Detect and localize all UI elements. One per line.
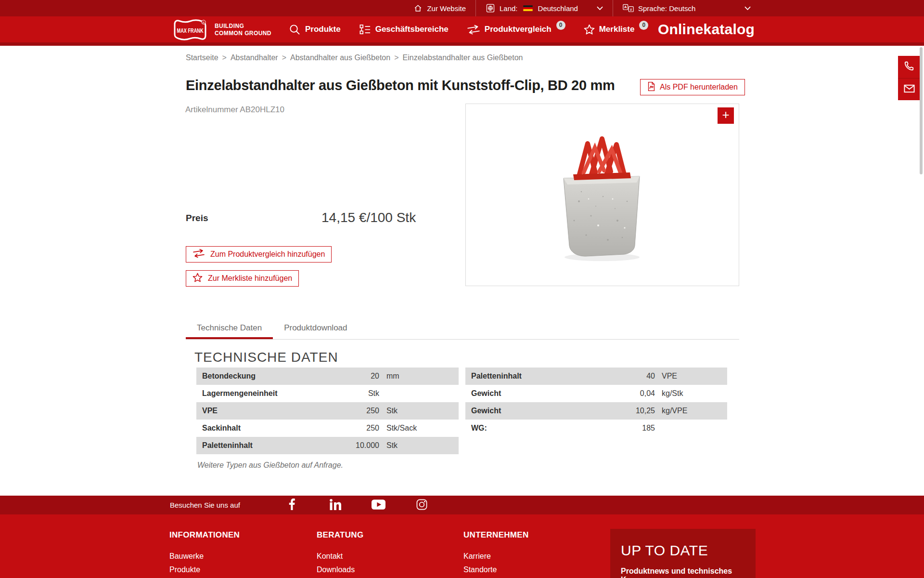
main-nav: ProdukteGeschäftsbereicheProduktvergleic…	[289, 16, 648, 42]
price-label: Preis	[186, 213, 208, 223]
add-to-compare-button[interactable]: Zum Produktvergleich hinzufügen	[186, 246, 332, 263]
nav-label: Geschäftsbereiche	[375, 25, 449, 34]
social-icons	[286, 499, 428, 512]
tech-label: Betondeckung	[196, 372, 326, 381]
download-pdf-button[interactable]: Als PDF herunterladen	[640, 79, 745, 95]
page-title: Einzelabstandhalter aus Gießbeton mit Ku…	[186, 78, 615, 93]
technical-data-table-left: Betondeckung20mmLagermengeneinheitStkVPE…	[196, 368, 459, 454]
breadcrumb-separator: >	[218, 53, 231, 62]
footer-heading: INFORMATIONEN	[169, 530, 240, 540]
technical-data-note: Weitere Typen aus Gießbeton auf Anfrage.	[197, 461, 343, 470]
tech-unit: Stk	[379, 407, 459, 415]
tech-row-lagermengeneinheit: LagermengeneinheitStk	[196, 385, 459, 402]
footer-link-produkte[interactable]: Produkte	[169, 563, 240, 577]
top-bar: Zur Website Land: Deutschland Az Sprache…	[0, 0, 924, 16]
nav-item-produktvergleich[interactable]: Produktvergleich0	[467, 25, 565, 35]
tech-unit: kg/Stk	[655, 389, 727, 398]
article-number: Artikelnummer AB20HLZ10	[185, 105, 284, 115]
breadcrumb-link-abstandhalter[interactable]: Abstandhalter	[231, 53, 278, 62]
footer-heading: BERATUNG	[317, 530, 363, 540]
tech-label: Paletteninhalt	[465, 372, 602, 381]
breadcrumb-link-abstandhalter-aus-gie-beton[interactable]: Abstandhalter aus Gießbeton	[290, 53, 390, 62]
country-dropdown[interactable]: Land: Deutschland	[476, 0, 613, 16]
app-title[interactable]: Onlinekatalog	[658, 21, 755, 38]
product-image-box: +	[465, 104, 739, 286]
tech-unit: VPE	[655, 372, 727, 381]
chevron-down-icon	[597, 6, 603, 10]
star-icon	[584, 24, 595, 35]
language-label: Sprache: Deutsch	[638, 4, 695, 13]
youtube-link[interactable]	[373, 499, 385, 511]
tab-technische-daten[interactable]: Technische Daten	[186, 318, 273, 339]
footer-link-karriere[interactable]: Karriere	[463, 550, 529, 563]
tech-row-paletteninhalt: Paletteninhalt10.000Stk	[196, 437, 459, 454]
technical-data-heading: TECHNISCHE DATEN	[194, 350, 338, 365]
scrollbar-thumb[interactable]	[920, 47, 923, 174]
linkedin-icon	[330, 499, 341, 512]
tech-label: Gewicht	[465, 407, 602, 415]
breadcrumb-link-startseite[interactable]: Startseite	[186, 53, 218, 62]
country-value: Deutschland	[538, 4, 578, 13]
tech-value: 185	[602, 424, 655, 433]
globe-icon	[486, 3, 495, 13]
star-icon	[192, 273, 203, 284]
tech-row-wg: WG:185	[465, 420, 727, 437]
footer-social-bar: Besuchen Sie uns auf	[0, 496, 924, 514]
facebook-link[interactable]	[286, 499, 298, 512]
linkedin-link[interactable]	[330, 499, 341, 512]
footer-link-kontakt[interactable]: Kontakt	[317, 550, 363, 563]
tech-value: 0,04	[602, 389, 655, 398]
org-structure-icon	[359, 24, 371, 36]
page: Zur Website Land: Deutschland Az Sprache…	[0, 0, 924, 578]
youtube-icon	[372, 499, 385, 511]
nav-item-produkte[interactable]: Produkte	[289, 24, 341, 36]
image-zoom-button[interactable]: +	[718, 107, 734, 124]
tech-row-paletteninhalt: Paletteninhalt40VPE	[465, 368, 727, 385]
tech-value: Stk	[326, 389, 379, 398]
social-label: Besuchen Sie uns auf	[170, 501, 240, 509]
main-header: MAX FRANK R BUILDING COMMON GROUND Produ…	[0, 16, 924, 46]
price-value: 14,15 €/100 Stk	[321, 210, 416, 225]
tech-label: Lagermengeneinheit	[196, 389, 326, 398]
nav-item-gesch-ftsbereiche[interactable]: Geschäftsbereiche	[359, 24, 449, 36]
tech-row-gewicht: Gewicht10,25kg/VPE	[465, 402, 727, 420]
phone-icon	[904, 61, 914, 73]
facebook-icon	[289, 499, 295, 512]
product-tabs: Technische DatenProduktdownload	[186, 318, 739, 340]
nav-label: Merkliste	[599, 25, 635, 34]
to-website-link[interactable]: Zur Website	[404, 0, 475, 16]
max-frank-logo[interactable]: MAX FRANK R BUILDING COMMON GROUND	[170, 17, 271, 42]
language-dropdown[interactable]: Az Sprache: Deutsch	[613, 0, 760, 16]
phone-contact-button[interactable]	[898, 56, 920, 78]
footer-link-standorte[interactable]: Standorte	[463, 563, 529, 577]
instagram-link[interactable]	[416, 499, 428, 512]
tech-row-sackinhalt: Sackinhalt250Stk/Sack	[196, 420, 459, 437]
breadcrumb-link-einzelabstandhalter-aus-gie-beton[interactable]: Einzelabstandhalter aus Gießbeton	[403, 53, 523, 62]
footer-link-bauwerke[interactable]: Bauwerke	[169, 550, 240, 563]
tech-label: WG:	[465, 424, 602, 433]
compare-arrows-icon	[467, 25, 480, 35]
nav-badge-count: 0	[639, 21, 648, 30]
technical-data-table-right: Paletteninhalt40VPEGewicht0,04kg/StkGewi…	[465, 368, 727, 437]
translate-icon: Az	[623, 4, 634, 13]
footer-column-informationen: INFORMATIONENBauwerkeProdukte	[169, 530, 240, 577]
tech-label: Sackinhalt	[196, 424, 326, 433]
tech-label: VPE	[196, 407, 326, 415]
tech-value: 10,25	[602, 407, 655, 415]
tech-row-vpe: VPE250Stk	[196, 402, 459, 420]
nav-item-merkliste[interactable]: Merkliste0	[584, 24, 649, 35]
footer-heading: UNTERNEHMEN	[463, 530, 529, 540]
tab-produktdownload[interactable]: Produktdownload	[273, 318, 358, 339]
breadcrumb-separator: >	[278, 53, 290, 62]
breadcrumb: Startseite>Abstandhalter>Abstandhalter a…	[186, 53, 523, 62]
nav-label: Produktvergleich	[485, 25, 552, 34]
up-to-date-text: Produktnews und technisches Know-	[621, 567, 745, 578]
footer-link-downloads[interactable]: Downloads	[317, 563, 363, 577]
footer-column-beratung: BERATUNGKontaktDownloads	[317, 530, 363, 577]
svg-text:A: A	[624, 5, 627, 9]
add-to-watchlist-button[interactable]: Zur Merkliste hinzufügen	[186, 270, 299, 287]
instagram-icon	[416, 499, 427, 512]
tech-unit: mm	[379, 372, 459, 381]
tech-label: Paletteninhalt	[196, 441, 326, 450]
mail-contact-button[interactable]	[898, 78, 920, 100]
